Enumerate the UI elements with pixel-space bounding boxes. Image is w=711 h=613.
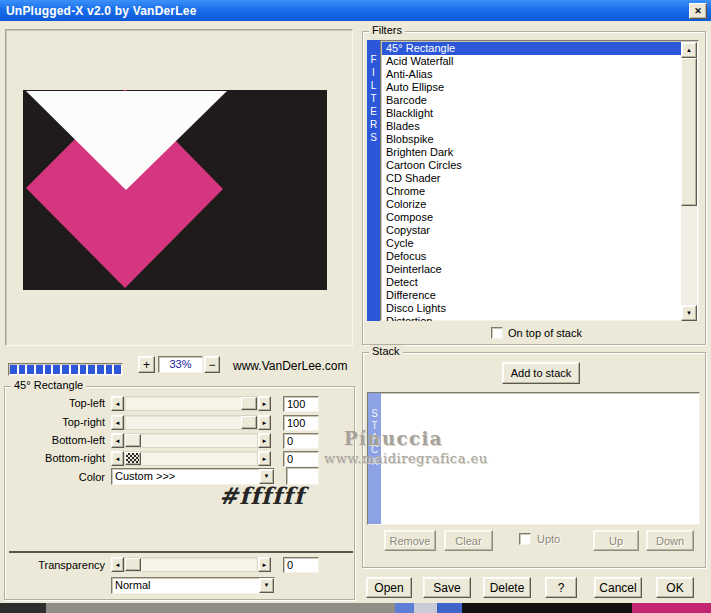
filter-list-item[interactable]: Distortion <box>382 315 682 321</box>
title-bar[interactable]: UnPlugged-X v2.0 by VanDerLee <box>0 0 711 21</box>
remove-button[interactable]: Remove <box>384 530 436 551</box>
add-to-stack-button[interactable]: Add to stack <box>502 362 580 384</box>
clear-button[interactable]: Clear <box>444 530 493 551</box>
upto-checkbox[interactable] <box>519 533 531 545</box>
open-button[interactable]: Open <box>366 577 412 598</box>
filter-name: Colorize <box>386 198 426 210</box>
bottom-right-right-arrow[interactable]: ► <box>258 451 271 466</box>
help-label: ? <box>558 581 565 595</box>
filter-list-item[interactable]: Cycle <box>382 237 682 250</box>
open-label: Open <box>374 581 403 595</box>
transparency-slider-track[interactable] <box>124 557 258 572</box>
delete-button[interactable]: Delete <box>483 577 531 598</box>
filter-list-item[interactable]: Brighten Dark <box>382 146 682 159</box>
top-left-right-arrow[interactable]: ► <box>258 396 271 411</box>
blend-mode-dropdown[interactable]: Normal ▼ <box>111 577 275 594</box>
bottom-left-left-arrow[interactable]: ◄ <box>111 433 124 448</box>
top-left-value-field[interactable]: 100 <box>283 396 319 412</box>
filter-list-item[interactable]: Chrome <box>382 185 682 198</box>
window-title: UnPlugged-X v2.0 by VanDerLee <box>6 4 197 18</box>
on-top-of-stack-checkbox[interactable] <box>491 327 503 339</box>
zoom-in-button[interactable]: + <box>138 356 155 373</box>
left-arrow-icon: ◄ <box>115 562 121 568</box>
bottom-right-left-arrow[interactable]: ◄ <box>111 451 124 466</box>
blend-mode-value: Normal <box>115 578 150 593</box>
ok-button[interactable]: OK <box>656 577 694 598</box>
top-left-left-arrow[interactable]: ◄ <box>111 396 124 411</box>
color-hex-note: #ffffff <box>219 482 305 509</box>
filter-list-item[interactable]: Disco Lights <box>382 302 682 315</box>
filters-group: Filters FILTERS 45° Rectangle Acid Water… <box>362 31 706 345</box>
bottom-right-slider-track[interactable] <box>124 451 258 466</box>
transparency-left-arrow[interactable]: ◄ <box>111 557 124 572</box>
bottom-left-slider-track[interactable] <box>124 433 258 448</box>
filter-list-item[interactable]: Defocus <box>382 250 682 263</box>
top-right-right-arrow[interactable]: ► <box>258 415 271 430</box>
vanderlee-link[interactable]: www.VanDerLee.com <box>233 359 348 373</box>
banner-letter: R <box>370 118 377 131</box>
filter-name: Distortion <box>386 315 432 321</box>
filter-list-item[interactable]: Copystar <box>382 224 682 237</box>
banner-letter: S <box>371 408 378 420</box>
filter-list-item[interactable]: Auto Ellipse <box>382 81 682 94</box>
color-dropdown-value: Custom >>> <box>115 469 175 484</box>
top-right-slider-thumb[interactable] <box>241 416 257 429</box>
help-button[interactable]: ? <box>545 577 577 598</box>
filter-list-item[interactable]: Difference <box>382 289 682 302</box>
filter-list-item[interactable]: Anti-Alias <box>382 68 682 81</box>
filter-list-item[interactable]: Deinterlace <box>382 263 682 276</box>
down-button[interactable]: Down <box>646 530 694 551</box>
bottom-left-value-field[interactable]: 0 <box>283 433 319 449</box>
cancel-button[interactable]: Cancel <box>594 577 642 598</box>
filter-list-item[interactable]: Acid Waterfall <box>382 55 682 68</box>
plus-icon: + <box>143 358 150 372</box>
bottom-right-value-field[interactable]: 0 <box>283 451 319 467</box>
banner-letter: E <box>370 105 377 118</box>
background-fragment <box>632 603 711 613</box>
bottom-right-slider-thumb[interactable] <box>125 452 141 465</box>
bottom-left-slider-thumb[interactable] <box>125 434 141 447</box>
filter-name: Copystar <box>386 224 430 236</box>
filter-list-item[interactable]: Blades <box>382 120 682 133</box>
upto-label: Upto <box>537 532 560 546</box>
delete-label: Delete <box>490 581 525 595</box>
filter-name: Acid Waterfall <box>386 55 453 67</box>
filter-list-item[interactable]: Detect <box>382 276 682 289</box>
top-right-value-field[interactable]: 100 <box>283 415 319 431</box>
filter-list-item[interactable]: Colorize <box>382 198 682 211</box>
transparency-right-arrow[interactable]: ► <box>258 557 271 572</box>
filter-list-item[interactable]: Blacklight <box>382 107 682 120</box>
preview-image[interactable] <box>23 90 327 290</box>
top-right-slider-track[interactable] <box>124 415 258 430</box>
blend-mode-dropdown-button[interactable]: ▼ <box>259 578 274 593</box>
up-button[interactable]: Up <box>593 530 639 551</box>
zoom-level-bar[interactable] <box>8 363 123 376</box>
filter-list-item[interactable]: Compose <box>382 211 682 224</box>
slider-label-top-left: Top-left <box>9 396 105 411</box>
background-fragment <box>437 603 462 613</box>
transparency-value-field[interactable]: 0 <box>283 557 319 573</box>
filter-name: Detect <box>386 276 418 288</box>
filter-list-item[interactable]: Cartoon Circles <box>382 159 682 172</box>
filter-list-item[interactable]: CD Shader <box>382 172 682 185</box>
add-to-stack-label: Add to stack <box>511 367 572 379</box>
scroll-down-button[interactable]: ▼ <box>681 305 697 321</box>
filter-name: 45° Rectangle <box>386 42 455 54</box>
scrollbar-thumb[interactable] <box>681 58 697 206</box>
filter-params-group: 45° Rectangle Top-left ◄ ► 100 Top-right… <box>4 386 355 600</box>
top-left-slider-thumb[interactable] <box>241 397 257 410</box>
filters-scrollbar[interactable]: ▲ ▼ <box>681 42 697 321</box>
scroll-up-button[interactable]: ▲ <box>681 42 697 58</box>
clear-label: Clear <box>455 535 481 547</box>
zoom-out-button[interactable]: − <box>204 356 220 373</box>
top-right-left-arrow[interactable]: ◄ <box>111 415 124 430</box>
arrow-up-icon: ▲ <box>686 47 692 53</box>
filter-list-item[interactable]: Barcode <box>382 94 682 107</box>
filter-list-item[interactable]: Blobspike <box>382 133 682 146</box>
save-button[interactable]: Save <box>423 577 471 598</box>
filter-list-item[interactable]: 45° Rectangle <box>382 42 682 55</box>
transparency-slider-thumb[interactable] <box>125 558 141 571</box>
close-button[interactable]: ✕ <box>689 3 707 19</box>
top-left-slider-track[interactable] <box>124 396 258 411</box>
bottom-left-right-arrow[interactable]: ► <box>258 433 271 448</box>
